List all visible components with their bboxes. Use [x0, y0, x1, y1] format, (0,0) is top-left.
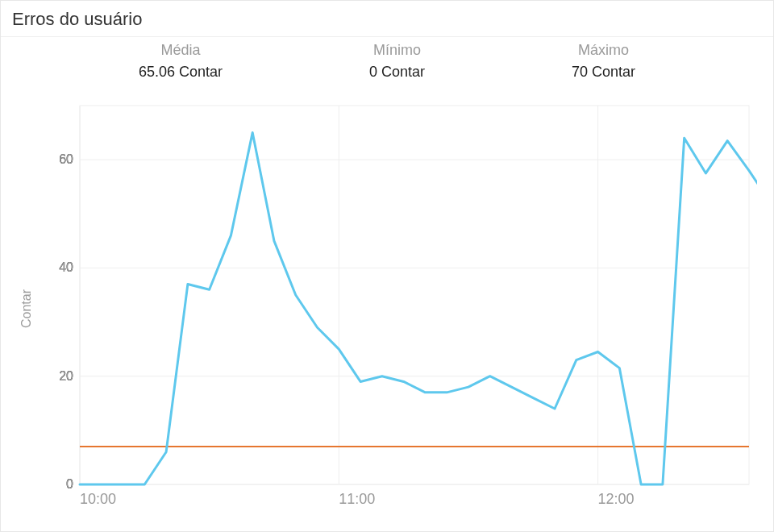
- stat-min-unit: Contar: [381, 64, 425, 80]
- svg-text:0: 0: [66, 477, 73, 491]
- svg-text:40: 40: [59, 260, 73, 274]
- y-axis-label: Contar: [19, 289, 34, 328]
- svg-text:60: 60: [59, 152, 73, 166]
- chart-area: Contar 0020204040606010:0011:0012:00: [12, 98, 762, 520]
- svg-text:12:00: 12:00: [598, 491, 635, 507]
- chart-svg: 0020204040606010:0011:0012:00: [48, 98, 757, 517]
- stat-min-number: 0: [369, 64, 377, 80]
- stat-max: Máximo 70 Contar: [572, 42, 635, 81]
- svg-text:10:00: 10:00: [80, 491, 116, 507]
- stat-max-label: Máximo: [572, 42, 635, 59]
- stats-row: Média 65.06 Contar Mínimo 0 Contar Máxim…: [1, 37, 773, 81]
- svg-rect-0: [80, 106, 749, 484]
- stat-max-unit: Contar: [592, 64, 635, 80]
- stat-avg-label: Média: [139, 42, 223, 59]
- stat-avg-number: 65.06: [139, 64, 175, 80]
- stat-avg: Média 65.06 Contar: [139, 42, 223, 81]
- svg-text:20: 20: [59, 369, 73, 383]
- chart-panel: Erros do usuário Média 65.06 Contar Míni…: [0, 0, 774, 532]
- stat-max-value: 70 Contar: [572, 64, 635, 81]
- chart-title: Erros do usuário: [1, 1, 773, 36]
- svg-text:11:00: 11:00: [339, 491, 375, 507]
- stat-min-value: 0 Contar: [369, 64, 425, 81]
- stat-min: Mínimo 0 Contar: [369, 42, 425, 81]
- stat-max-number: 70: [572, 64, 588, 80]
- stat-avg-unit: Contar: [179, 64, 223, 80]
- stat-min-label: Mínimo: [369, 42, 425, 59]
- stat-avg-value: 65.06 Contar: [139, 64, 223, 81]
